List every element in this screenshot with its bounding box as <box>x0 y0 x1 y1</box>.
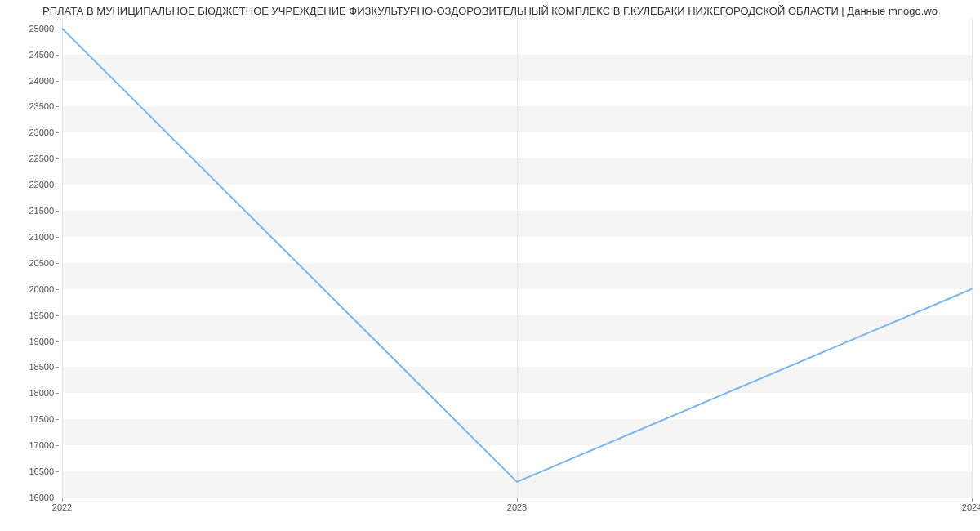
y-axis-label: 18500 <box>29 362 54 372</box>
y-tick <box>56 341 59 342</box>
x-axis-label: 2022 <box>52 502 72 512</box>
y-axis-label: 21000 <box>29 232 54 242</box>
y-axis-label: 22000 <box>29 180 54 190</box>
y-axis-label: 18000 <box>29 388 54 398</box>
x-tick <box>62 498 63 502</box>
y-tick <box>56 263 59 264</box>
y-axis-label: 20500 <box>29 258 54 268</box>
y-tick <box>56 81 59 82</box>
x-axis-label: 2023 <box>507 502 527 512</box>
y-tick <box>56 132 59 133</box>
y-tick <box>56 498 59 498</box>
y-tick <box>56 158 59 159</box>
grid-vline <box>972 18 973 498</box>
plot-area: 1600016500170001750018000185001900019500… <box>62 18 972 498</box>
y-axis-label: 19000 <box>29 337 54 346</box>
y-axis-label: 24000 <box>29 76 54 86</box>
y-tick <box>56 185 59 185</box>
y-tick <box>56 393 59 394</box>
x-axis-label: 2024 <box>962 502 980 512</box>
y-tick <box>56 289 59 290</box>
y-tick <box>56 106 59 107</box>
y-axis-label: 17500 <box>29 414 54 424</box>
y-tick <box>56 315 59 316</box>
y-axis-label: 23000 <box>29 127 54 137</box>
y-tick <box>56 367 59 368</box>
y-axis-label: 17000 <box>29 440 54 450</box>
y-tick <box>56 211 59 212</box>
x-tick <box>972 498 973 502</box>
chart-container: 1600016500170001750018000185001900019500… <box>0 18 980 515</box>
y-axis-label: 16000 <box>29 493 54 502</box>
y-tick <box>56 445 59 446</box>
y-axis-label: 16500 <box>29 466 54 476</box>
y-axis-label: 19500 <box>29 310 54 320</box>
y-axis-label: 25000 <box>29 24 54 33</box>
y-tick <box>56 419 59 420</box>
y-tick <box>56 237 59 238</box>
y-axis-label: 24500 <box>29 50 54 60</box>
y-tick <box>56 29 59 29</box>
y-tick <box>56 55 59 56</box>
chart-line <box>62 18 972 498</box>
y-axis-label: 21500 <box>29 206 54 216</box>
y-axis-label: 22500 <box>29 154 54 163</box>
x-tick <box>517 498 518 502</box>
y-tick <box>56 471 59 472</box>
y-axis-label: 20000 <box>29 284 54 294</box>
y-axis-label: 23500 <box>29 101 54 111</box>
